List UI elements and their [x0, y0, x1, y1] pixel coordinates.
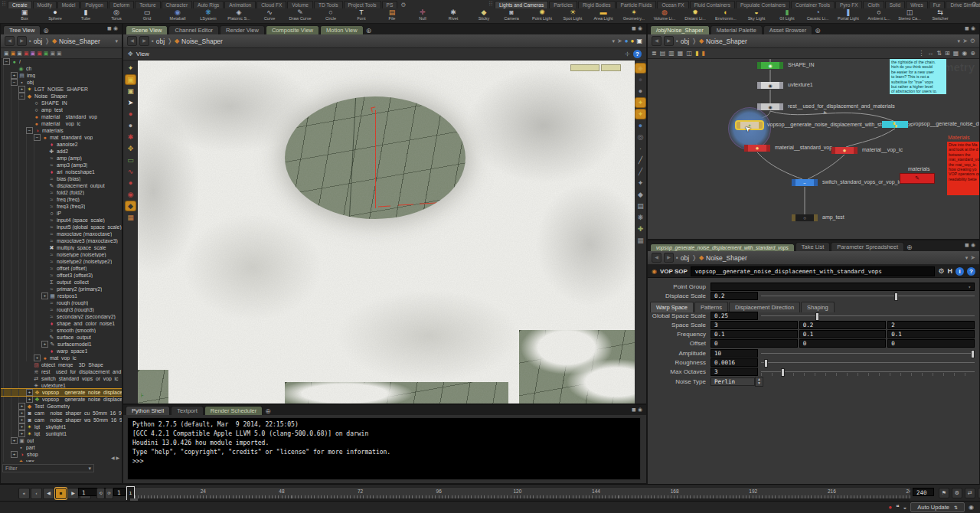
frame-end-field[interactable]: 240	[913, 488, 934, 496]
tree-item-noisetype-noisetype[interactable]: ≈noisetype (noisetype)	[1, 251, 122, 258]
tree-item-amp3-amp3[interactable]: ≈amp3 (amp3)	[1, 162, 122, 168]
tree-expander[interactable]: +	[34, 355, 41, 361]
new-tab-icon[interactable]: ⊕	[815, 27, 821, 34]
timeline-ruler[interactable]: 124487296120144168192216240	[127, 487, 911, 499]
global-space-scale-field[interactable]: 0.25	[710, 312, 758, 320]
tool-portal-light[interactable]: ❚Portal Light	[833, 8, 864, 23]
shelf-set-gear-icon[interactable]: ⚙	[400, 2, 406, 8]
network-toolbar-right-icon-2[interactable]: ⇅	[936, 50, 942, 57]
tree-item-bias-bias[interactable]: ≈bias (bias)	[1, 175, 122, 182]
tree-item-offset-offset[interactable]: ≈offset (offset)	[1, 265, 122, 272]
shelf-tab-wires[interactable]: Wires	[906, 1, 928, 8]
viewport-right-tool-icon-10[interactable]: ✦	[635, 178, 645, 188]
tree-expander[interactable]: −	[3, 58, 10, 65]
tree-item-uvtexture1[interactable]: ✳uvtexture1	[1, 382, 122, 389]
memory-icon[interactable]: ◉	[969, 504, 974, 511]
viewport-right-tool-icon-8[interactable]: ╱	[635, 155, 645, 165]
tool-caustic-li[interactable]: ◔Caustic Li...	[802, 8, 833, 23]
tree-item-rest-used-for-displacement-and-mat[interactable]: ≋rest__used_for_displacement_and_mat	[1, 368, 122, 375]
tab-textport[interactable]: Textport	[171, 406, 204, 415]
shelf-tab-rigid-bodies[interactable]: Rigid Bodies	[578, 1, 616, 8]
node-render-flag[interactable]	[779, 103, 783, 110]
auto-update-dropdown[interactable]: Auto Update⇅	[910, 502, 965, 512]
network-toolbar-icon-2[interactable]: ▥	[668, 50, 675, 57]
network-node-amp-test[interactable]: ○amp_test	[792, 214, 818, 221]
tab-motion-view[interactable]: Motion View	[320, 25, 364, 34]
breadcrumb-node[interactable]: Noise_Shaper	[706, 254, 747, 262]
material-sphere-icon[interactable]: ●	[625, 38, 629, 44]
pin-icon[interactable]: ➤	[970, 254, 975, 261]
tree-filter-icon-4[interactable]: ▣	[31, 50, 36, 57]
tree-expander[interactable]: +	[11, 451, 18, 458]
viewport-right-tool-icon-12[interactable]: ▤	[635, 201, 645, 211]
tree-item-mat-standard-vop[interactable]: −●mat_standard_vop	[1, 134, 122, 141]
tree-item-maxoctave-maxoctave[interactable]: ≈maxoctave (maxoctave)	[1, 230, 122, 237]
viewport-left-tool-icon-13[interactable]: ▦	[126, 213, 136, 222]
tab-asset-browser[interactable]: Asset Browser	[763, 25, 812, 34]
node-render-flag[interactable]	[759, 122, 763, 129]
global-space-scale-slider[interactable]	[761, 312, 975, 320]
forward-icon[interactable]: ▶	[139, 36, 149, 46]
tree-filter-icon-6[interactable]: ▣	[44, 50, 49, 57]
tree-expander[interactable]: +	[11, 437, 18, 444]
viewport-right-tool-icon-13[interactable]: ❋	[635, 213, 645, 222]
network-toolbar-icon-4[interactable]: ◫	[686, 50, 692, 57]
noise-type-dropdown[interactable]: Perlin	[710, 377, 755, 386]
network-toolbar-right-icon-0[interactable]: ⋮	[918, 50, 924, 57]
tree-expander[interactable]: −	[11, 79, 18, 86]
network-toolbar-right-icon-6[interactable]: ⊕	[970, 50, 975, 57]
forward-icon[interactable]: ▶	[664, 36, 674, 46]
shelf-tab-container-tools[interactable]: Container Tools	[791, 1, 835, 8]
tool-lsystem[interactable]: ❋LSystem	[193, 8, 224, 23]
tool-grid[interactable]: ▭Grid	[132, 8, 162, 23]
forward-icon[interactable]: ▶	[664, 253, 674, 263]
node-render-flag[interactable]	[766, 145, 770, 152]
tool-font[interactable]: TFont	[346, 8, 377, 23]
shelf-tab-particle-fluids[interactable]: Particle Fluids	[616, 1, 657, 8]
tool-ambient-l[interactable]: ○Ambient L...	[864, 8, 894, 23]
network-toolbar-icon-0[interactable]: ≣	[652, 50, 657, 57]
tree-item-cam-noise-shaper-ws-50mm-16-9[interactable]: +◙cam__noise_shaper_ws_50mm_16_9	[1, 417, 122, 423]
tree-item-out[interactable]: +▣out	[1, 437, 122, 444]
tool-sky-light[interactable]: ◒Sky Light	[741, 8, 772, 23]
tree-expander[interactable]: −	[18, 93, 25, 100]
frame-current-field[interactable]: 1	[113, 488, 126, 496]
shelf-tab-deform[interactable]: Deform	[109, 1, 134, 8]
tree-item-input4-space-scale[interactable]: ≈input4 (space_scale)	[1, 217, 122, 224]
space-scale-y[interactable]: 0.2	[799, 321, 887, 329]
tree-item-lgt-skylight1[interactable]: +✶lgt__skylight1	[1, 423, 122, 430]
shelf-tab-cloud-fx[interactable]: Cloud FX	[256, 1, 286, 8]
node-body[interactable]: ✹	[835, 147, 854, 154]
node-body[interactable]: ✹	[748, 145, 766, 152]
tree-item-materials[interactable]: −◑materials	[1, 127, 122, 134]
tab-channel-editor[interactable]: Channel Editor	[168, 25, 219, 34]
network-node-shape-in[interactable]: ◉SHAPE_IN	[757, 62, 783, 69]
pane-menu-icons[interactable]: ◼◉	[107, 25, 119, 31]
node-render-flag[interactable]	[814, 179, 818, 186]
node-body[interactable]: ◉	[761, 62, 779, 69]
network-node-material-standard-vop[interactable]: ✹material__standard_vop	[744, 145, 770, 152]
shelf-tab-fur[interactable]: Fur	[929, 1, 946, 8]
viewport-left-tool-icon-4[interactable]: ●	[126, 109, 136, 119]
offset-y[interactable]: 0	[799, 339, 887, 348]
viewport-left-tool-icon-5[interactable]: ●	[126, 121, 136, 130]
tool-rivet[interactable]: ✱Rivet	[438, 8, 469, 23]
tree-item-amp-amp[interactable]: ≈amp (amp)	[1, 155, 122, 162]
tree-item-restpos1[interactable]: +▦restpos1	[1, 292, 122, 299]
axis-icon[interactable]: ⊹	[625, 51, 630, 57]
tool-torus[interactable]: ◎Torus	[101, 8, 132, 23]
sticky-note-cyan[interactable]: the rightside of the chain.hich do you t…	[890, 59, 946, 94]
tree-item-freq-freq[interactable]: ≈freq (freq)	[1, 196, 122, 203]
tree-item-fold2-fold2[interactable]: ≈fold2 (fold2)	[1, 189, 122, 196]
viewport-left-tool-icon-11[interactable]: ◉	[126, 190, 136, 199]
tool-switcher[interactable]: ⇆Switcher	[925, 8, 956, 23]
shelf-tab-ocean-fx[interactable]: Ocean FX	[657, 1, 688, 8]
tree-item-material-vop-ic[interactable]: ●material__vop_ic	[1, 120, 122, 127]
viewport-left-tool-icon-6[interactable]: ✱	[126, 132, 136, 142]
tree-item-offset3-offset3[interactable]: ≈offset3 (offset3)	[1, 272, 122, 279]
tree-item-part[interactable]: ▪part	[1, 444, 122, 451]
tab-obj-noise-shaper[interactable]: /obj/Noise_Shaper	[650, 25, 710, 34]
viewport-canvas[interactable]: ⊦	[138, 60, 635, 404]
tool-box[interactable]: ▣Box	[9, 8, 40, 23]
tree-item-primary2-primary2[interactable]: ≈primary2 (primary2)	[1, 286, 122, 292]
